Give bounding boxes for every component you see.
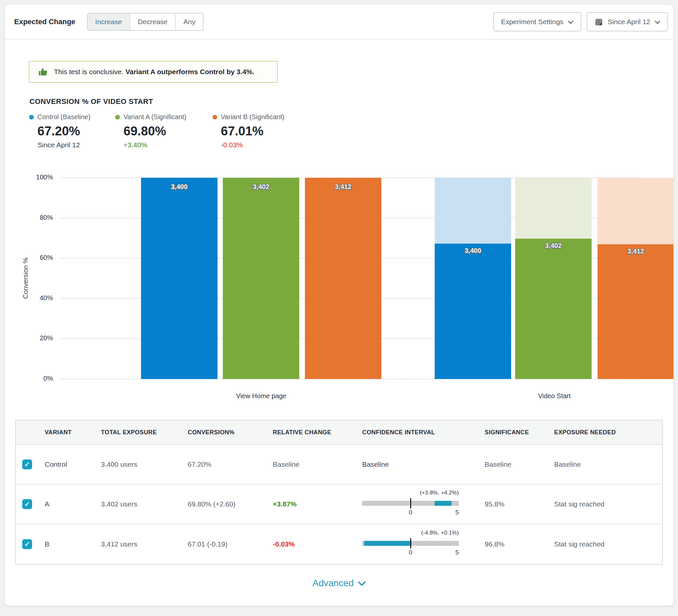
zero-marker (410, 538, 411, 548)
confidence-interval-range-label: (+3.8%, +4.2%) (420, 490, 459, 496)
date-range-button[interactable]: Since April 12 (587, 12, 668, 32)
confidence-interval-cell: (-4.8%, +0.1%)05 (362, 530, 485, 559)
experiment-settings-label: Experiment Settings (501, 18, 563, 26)
legend-value: 67.01% (221, 124, 673, 138)
legend-item-head: Control (Baseline) (29, 113, 115, 121)
experiment-settings-button[interactable]: Experiment Settings (493, 12, 581, 32)
axis-tick-max: 5 (455, 549, 459, 556)
segment-any[interactable]: Any (175, 13, 203, 30)
advanced-section: Advanced (5, 578, 673, 588)
thumbs-up-icon (38, 67, 48, 77)
advanced-link[interactable]: Advanced (312, 578, 366, 588)
exposure-needed: Baseline (554, 460, 662, 468)
confidence-interval-cell: (+3.8%, +4.2%)05 (362, 490, 485, 519)
row-checkbox[interactable]: ✓ (22, 539, 32, 549)
confidence-interval-baseline: Baseline (362, 460, 485, 468)
y-tick-label: 60% (5, 254, 53, 262)
bar-remainder-control (435, 178, 511, 244)
legend-dot (115, 115, 120, 119)
date-range-label: Since April 12 (608, 18, 650, 26)
legend-item-0: Control (Baseline)67.20%Since April 12 (29, 113, 115, 149)
legend-name: Variant A (Significant) (123, 113, 186, 121)
column-header-1: TOTAL EXPOSURE (101, 429, 188, 436)
topbar-divider (5, 39, 673, 40)
row-checkbox[interactable]: ✓ (22, 459, 32, 469)
legend-item-head: Variant B (Significant) (213, 113, 673, 121)
banner-bold-text: Variant A outperforms Control by 3.4%. (125, 68, 254, 75)
y-tick-label: 80% (5, 214, 53, 222)
chevron-down-icon (655, 18, 660, 26)
segment-decrease[interactable]: Decrease (129, 13, 175, 30)
bar-variant-b[interactable] (305, 178, 381, 379)
bar-variant-a[interactable] (223, 178, 299, 379)
legend-sub: +3.40% (123, 141, 213, 149)
calendar-icon (595, 17, 603, 26)
bar-control[interactable] (141, 178, 218, 379)
table-row-b: ✓B3,412 users67.01 (-0.19)-0.03%(-4.8%, … (16, 524, 662, 564)
confidence-interval-fill (435, 501, 452, 506)
significance-value: Baseline (485, 460, 554, 468)
bar-remainder-variant-a (515, 178, 592, 239)
bar-value-label: 3,400 (141, 183, 218, 191)
checkbox-cell: ✓ (16, 539, 45, 549)
category-label: Video Start (488, 392, 621, 400)
segment-increase[interactable]: Increase (88, 13, 130, 30)
metric-title: CONVERSION % OF VIDEO START (30, 97, 673, 106)
banner-text: This test is conclusive. Variant A outpe… (54, 68, 254, 76)
column-header-2: CONVERSION% (188, 429, 273, 436)
column-header-0: VARIANT (45, 429, 101, 436)
significance-value: 96.8% (485, 540, 554, 548)
legend-value: 67.20% (37, 124, 115, 138)
legend-item-2: Variant B (Significant)67.01%-0.03% (213, 113, 673, 149)
column-header-4: CONFIDENCE INTERVAL (362, 429, 485, 436)
y-tick-label: 20% (5, 334, 53, 342)
exposure-needed: Stat sig reached (554, 540, 662, 548)
legend-item-1: Variant A (Significant)69.80%+3.40% (115, 113, 213, 149)
legend-dot (29, 115, 34, 119)
advanced-label: Advanced (312, 578, 354, 588)
checkbox-cell: ✓ (16, 459, 45, 469)
axis-tick-zero: 0 (409, 509, 413, 516)
metric-legend: Control (Baseline)67.20%Since April 12Va… (29, 113, 673, 149)
table-header-row: VARIANTTOTAL EXPOSURECONVERSION%RELATIVE… (16, 420, 662, 445)
expected-change-segmented: IncreaseDecreaseAny (87, 13, 204, 31)
conversion-value: 67.20% (188, 460, 273, 468)
bar-value-label: 3,402 (223, 183, 299, 191)
variant-name: B (45, 540, 101, 548)
zero-marker (410, 498, 411, 508)
y-tick-label: 100% (5, 174, 53, 181)
bar-value-label: 3,412 (598, 247, 673, 255)
bar-variant-b[interactable] (598, 244, 673, 379)
total-exposure: 3,400 users (101, 460, 188, 468)
variant-name: Control (45, 460, 101, 468)
y-tick-label: 0% (5, 375, 53, 382)
conclusive-banner: This test is conclusive. Variant A outpe… (29, 61, 278, 83)
chevron-down-icon (568, 18, 573, 26)
legend-sub: -0.03% (221, 141, 673, 149)
chevron-down-icon (358, 578, 366, 588)
column-header-3: RELATIVE CHANGE (273, 429, 362, 436)
confidence-interval-fill (364, 541, 412, 546)
checkbox-cell: ✓ (16, 499, 45, 509)
category-label: View Home page (195, 392, 328, 400)
relative-change: Baseline (273, 460, 362, 468)
confidence-interval-range-label: (-4.8%, +0.1%) (421, 530, 459, 536)
total-exposure: 3,412 users (101, 540, 188, 548)
confidence-interval-widget: (+3.8%, +4.2%)05 (362, 490, 459, 519)
variant-name: A (45, 500, 101, 508)
legend-dot (213, 115, 217, 119)
bar-variant-a[interactable] (515, 239, 592, 379)
legend-value: 69.80% (123, 124, 213, 138)
legend-name: Control (Baseline) (37, 113, 90, 121)
total-exposure: 3,402 users (101, 500, 188, 508)
bar-value-label: 3,400 (435, 247, 511, 255)
variants-table: VARIANTTOTAL EXPOSURECONVERSION%RELATIVE… (15, 420, 663, 565)
bar-control[interactable] (435, 244, 511, 379)
legend-item-head: Variant A (Significant) (115, 113, 213, 121)
column-header-6: EXPOSURE NEEDED (554, 429, 662, 436)
row-checkbox[interactable]: ✓ (22, 499, 32, 509)
y-tick-label: 40% (5, 294, 53, 302)
conversion-value: 69.80% (+2.60) (188, 500, 273, 508)
confidence-interval-cell: Baseline (362, 460, 485, 468)
axis-tick-max: 5 (455, 509, 459, 516)
